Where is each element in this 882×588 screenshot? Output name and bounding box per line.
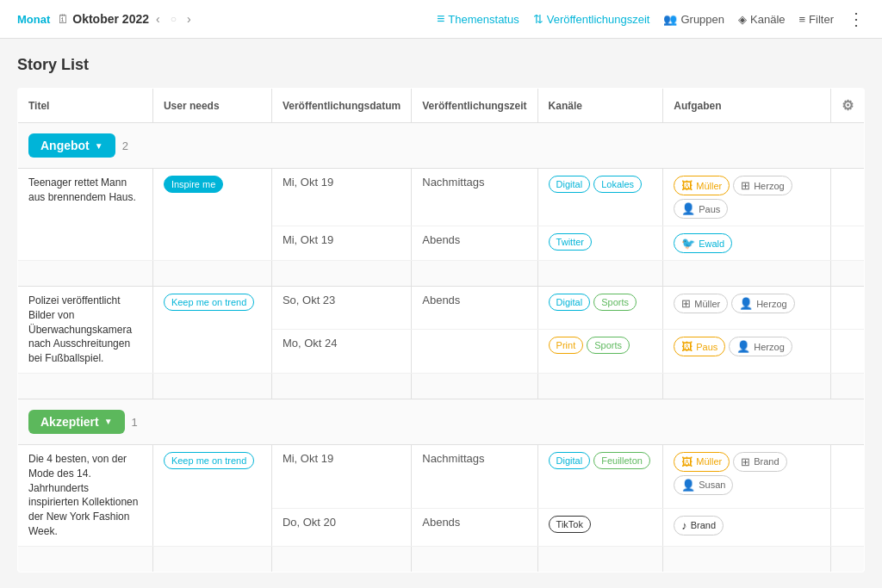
channels-cell: Twitter — [537, 226, 663, 261]
task-label: Herzog — [754, 342, 784, 352]
task-badge[interactable]: ⊞Müller — [674, 294, 728, 313]
group-row-akzeptiert: Akzeptiert ▼1 — [18, 399, 865, 444]
angebot-group-button[interactable]: Angebot ▼ — [28, 133, 115, 158]
tasks-badges: 🖼Müller⊞Brand👤Susan — [674, 452, 820, 495]
group-spacer-row — [18, 546, 865, 572]
task-label: Brand — [691, 520, 716, 530]
veroeffentlichungszeit-button[interactable]: ⇅ Veröffentlichungszeit — [533, 12, 650, 26]
task-badge[interactable]: ⊞Herzog — [733, 176, 792, 195]
pub-date-value: Mi, Okt 19 — [283, 233, 333, 246]
header-aufgaben: Aufgaben — [663, 89, 831, 123]
task-badge[interactable]: 🖼Müller — [674, 176, 730, 195]
tasks-badges: ⊞Müller👤Herzog — [674, 294, 820, 313]
pub-date-cell: Do, Okt 20 — [271, 508, 411, 546]
task-label: Müller — [694, 299, 720, 309]
pub-time-value: Abends — [422, 516, 460, 529]
task-label: Müller — [696, 181, 722, 191]
task-badge[interactable]: ⊞Brand — [733, 452, 786, 472]
task-badge[interactable]: 🖼Müller — [674, 452, 730, 472]
tasks-badges: 🖼Müller⊞Herzog👤Paus — [674, 176, 820, 219]
needs-badge[interactable]: Keep me on trend — [164, 294, 254, 311]
task-icon: ⊞ — [681, 297, 691, 310]
task-label: Brand — [754, 456, 779, 467]
header-pub-date: Veröffentlichungsdatum — [271, 89, 411, 123]
channel-badge[interactable]: TikTok — [549, 516, 591, 533]
pub-date-cell: Mo, Okt 24 — [271, 330, 411, 374]
channel-badge[interactable]: Digital — [549, 452, 591, 469]
tasks-badges: 🐦Ewald — [674, 233, 820, 253]
kanaele-button[interactable]: ◈ Kanäle — [738, 13, 785, 26]
themenstatus-button[interactable]: ≡ Themenstatus — [437, 11, 519, 27]
tasks-cell: 🖼Müller⊞Herzog👤Paus — [663, 169, 831, 226]
task-label: Paus — [699, 204, 720, 214]
group-spacer-row — [18, 373, 865, 399]
gruppen-icon: 👥 — [663, 13, 677, 26]
story-needs-cell: Keep me on trend — [152, 444, 271, 546]
top-bar-left: Monat 🗓 Oktober 2022 ‹ ○ › — [17, 10, 423, 28]
task-icon: 👤 — [681, 479, 695, 492]
pub-time-value: Abends — [422, 233, 460, 246]
channel-badge[interactable]: Sports — [587, 337, 630, 354]
channel-badge[interactable]: Print — [549, 337, 584, 354]
task-badge[interactable]: 🖼Paus — [674, 337, 725, 356]
veroeffentlichungszeit-label: Veröffentlichungszeit — [547, 13, 650, 26]
channels-badges: PrintSports — [549, 337, 653, 354]
pub-date-value: Do, Okt 20 — [283, 516, 336, 529]
filter-button[interactable]: ≡ Filter — [799, 13, 834, 26]
row-settings-cell — [830, 508, 864, 546]
task-badge[interactable]: 🐦Ewald — [674, 233, 732, 253]
task-icon: 👤 — [736, 340, 750, 353]
settings-icon[interactable]: ⚙ — [842, 98, 854, 113]
gruppen-button[interactable]: 👥 Gruppen — [663, 13, 724, 26]
page-title: Story List — [17, 56, 865, 74]
top-bar-right: ≡ Themenstatus ⇅ Veröffentlichungszeit 👥… — [437, 9, 865, 29]
channels-cell: TikTok — [537, 508, 663, 546]
row-settings-cell — [830, 226, 864, 261]
top-bar: Monat 🗓 Oktober 2022 ‹ ○ › ≡ Themenstatu… — [0, 0, 882, 39]
task-badge[interactable]: 👤Susan — [674, 475, 733, 495]
task-badge[interactable]: 👤Herzog — [731, 294, 794, 313]
akzeptiert-count: 1 — [132, 416, 138, 429]
akzeptiert-group-button[interactable]: Akzeptiert ▼ — [28, 410, 125, 434]
pub-date-value: Mo, Okt 24 — [283, 337, 338, 350]
channels-cell: PrintSports — [537, 330, 663, 374]
task-icon: 🖼 — [681, 455, 693, 468]
more-button[interactable]: ⋮ — [848, 9, 865, 29]
pub-date-value: Mi, Okt 19 — [283, 176, 333, 189]
story-title-text: Polizei veröffentlicht Bilder von Überwa… — [28, 294, 142, 366]
prev-month-button[interactable]: ‹ — [152, 10, 164, 28]
pub-date-value: So, Okt 23 — [283, 294, 335, 306]
needs-badge[interactable]: Keep me on trend — [164, 452, 254, 469]
channel-badge[interactable]: Lokales — [593, 176, 642, 193]
task-icon: 🐦 — [681, 237, 695, 250]
channel-badge[interactable]: Digital — [549, 294, 591, 311]
tasks-cell: ⊞Müller👤Herzog — [663, 287, 831, 330]
kanaele-icon: ◈ — [738, 13, 747, 26]
tasks-cell: 🐦Ewald — [663, 226, 831, 261]
date-label: Oktober 2022 — [72, 12, 149, 26]
task-badge[interactable]: 👤Herzog — [729, 337, 792, 356]
pub-time-cell: Nachmittags — [412, 444, 537, 508]
header-pub-time: Veröffentlichungszeit — [412, 89, 537, 123]
needs-badge[interactable]: Inspire me — [164, 176, 223, 193]
kanaele-label: Kanäle — [750, 13, 785, 26]
monat-button[interactable]: Monat — [17, 13, 50, 26]
task-badge[interactable]: 👤Paus — [674, 199, 728, 219]
task-label: Ewald — [699, 238, 724, 249]
next-month-button[interactable]: › — [183, 10, 195, 28]
date-nav: 🗓 Oktober 2022 ‹ ○ › — [57, 10, 194, 28]
channel-badge[interactable]: Twitter — [549, 233, 592, 251]
group-row-angebot: Angebot ▼2 — [18, 123, 865, 169]
task-icon: 🖼 — [681, 340, 693, 353]
task-icon: ⊞ — [741, 179, 750, 192]
channel-badge[interactable]: Feuilleton — [593, 452, 650, 469]
tasks-cell: 🖼Müller⊞Brand👤Susan — [663, 444, 831, 508]
channel-badge[interactable]: Digital — [549, 176, 591, 193]
gruppen-label: Gruppen — [680, 13, 724, 26]
task-icon: ♪ — [681, 519, 687, 532]
task-badge[interactable]: ♪Brand — [674, 516, 724, 535]
story-table: Titel User needs Veröffentlichungsdatum … — [17, 88, 865, 573]
channel-badge[interactable]: Sports — [593, 294, 637, 311]
today-button[interactable]: ○ — [167, 11, 180, 27]
channels-badges: DigitalSports — [549, 294, 653, 311]
